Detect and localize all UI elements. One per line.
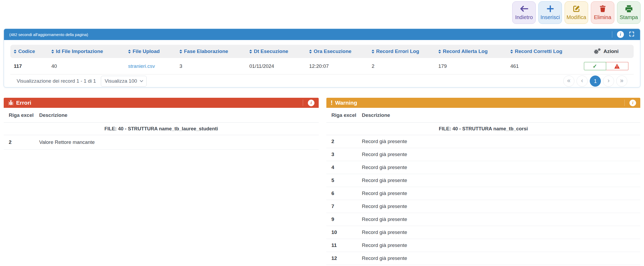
warning-panel: ! Warning i Riga excel Descrizione FILE:… (326, 98, 640, 265)
print-button-label: Stampa (620, 14, 638, 20)
column-header-record-corretti-log[interactable]: Record Corretti Log (507, 48, 578, 54)
column-label: Id File Importazione (56, 48, 103, 54)
insert-button[interactable]: Inserisci (538, 1, 562, 24)
info-icon[interactable]: i (617, 31, 624, 38)
warning-group-row: FILE: 40 - STRUTTURA name_tb_corsi (326, 123, 640, 135)
column-label: Codice (18, 48, 35, 54)
errori-group-row: FILE: 40 - STRUTTURA name_tb_lauree_stud… (4, 123, 319, 135)
toolbar: Indietro Inserisci Modifica Elimina Stam… (512, 1, 641, 24)
file-upload-link[interactable]: stranieri.csv (125, 63, 176, 69)
print-button[interactable]: Stampa (617, 1, 641, 24)
errori-row: 2 Valore Rettore mancante (4, 135, 319, 150)
cell-riga-excel: 3 (326, 152, 357, 157)
cell-riga-excel: 9 (326, 216, 357, 222)
cell-descrizione: Record già presente (357, 229, 640, 235)
page-size-select[interactable]: Visualizza 100 (101, 76, 147, 87)
cell-descrizione: Record già presente (357, 190, 640, 196)
warning-row: 10 Record già presente (326, 226, 640, 239)
cell-ora-esecuzione: 12:20:07 (306, 63, 368, 69)
warning-row: 12 Record già presente (326, 252, 640, 265)
warning-row: 9 Record già presente (326, 213, 640, 226)
cell-riga-excel: 7 (326, 203, 357, 209)
back-button[interactable]: Indietro (512, 1, 536, 24)
warning-row: 3 Record già presente (326, 148, 640, 161)
arrow-left-icon (519, 5, 529, 13)
cell-descrizione: Record già presente (357, 152, 640, 157)
column-label: Record Errori Log (376, 48, 419, 54)
sort-icon (438, 50, 441, 54)
warning-triangle-icon (614, 64, 620, 69)
info-icon[interactable]: i (629, 100, 636, 106)
plus-icon (546, 5, 555, 13)
column-header-record-errori-log[interactable]: Record Errori Log (368, 48, 435, 54)
pagination: « ‹ 1 › » (563, 76, 627, 87)
fullscreen-icon[interactable] (629, 31, 635, 38)
first-page-button[interactable]: « (563, 76, 574, 87)
column-label: Record Corretti Log (515, 48, 562, 54)
warning-table-header: Riga excel Descrizione (326, 108, 640, 123)
info-icon[interactable]: i (308, 100, 314, 106)
column-header-id-file-importazione[interactable]: Id File Importazione (48, 48, 125, 54)
column-header-file-upload[interactable]: File Upload (125, 48, 176, 54)
column-header-dt-esecuzione[interactable]: Dt Esecuzione (246, 48, 306, 54)
cell-riga-excel: 6 (326, 190, 357, 196)
last-page-button[interactable]: » (616, 76, 627, 87)
column-header-codice[interactable]: Codice (10, 48, 48, 54)
cogs-icon (593, 49, 599, 54)
prev-page-button[interactable]: ‹ (577, 76, 588, 87)
sort-icon (14, 50, 16, 54)
records-info-text: Visualizzazione dei record 1 - 1 di 1 (17, 78, 96, 84)
warning-panel-title: Warning (335, 100, 357, 106)
card-header: (482 secondi all'aggiornamento della pag… (4, 29, 640, 40)
edit-button-label: Modifica (566, 14, 586, 20)
cell-record-corretti-log: 461 (507, 63, 578, 69)
sort-icon (372, 50, 374, 54)
cell-descrizione: Record già presente (357, 178, 640, 183)
cell-descrizione: Record già presente (357, 242, 640, 248)
cell-descrizione: Valore Rettore mancante (34, 139, 319, 145)
errori-panel-header: Errori i (4, 98, 319, 108)
cell-descrizione: Record già presente (357, 165, 640, 170)
delete-button[interactable]: Elimina (591, 1, 614, 24)
column-header-fase-elaborazione[interactable]: Fase Elaborazione (176, 48, 246, 54)
check-icon: ✓ (593, 63, 597, 69)
sort-icon (51, 50, 54, 54)
warning-row: 2 Record già presente (326, 135, 640, 148)
column-header-riga-excel: Riga excel (4, 112, 34, 118)
next-page-button[interactable]: › (603, 76, 614, 87)
errori-table-header: Riga excel Descrizione (4, 108, 319, 123)
column-header-riga-excel: Riga excel (326, 112, 357, 118)
column-header-ora-esecuzione[interactable]: Ora Esecuzione (306, 48, 368, 54)
page-1-button[interactable]: 1 (590, 76, 601, 87)
bug-icon (8, 100, 14, 106)
column-label: Dt Esecuzione (254, 48, 288, 54)
column-label: Fase Elaborazione (184, 48, 228, 54)
cell-descrizione: Record già presente (357, 216, 640, 222)
confirm-action-button[interactable]: ✓ (584, 62, 606, 70)
insert-button-label: Inserisci (541, 14, 560, 20)
sort-icon (309, 50, 312, 54)
cell-id-file-importazione: 40 (48, 63, 125, 69)
column-label: Record Allerta Log (443, 48, 488, 54)
cell-riga-excel: 5 (326, 178, 357, 183)
cell-riga-excel: 11 (326, 242, 357, 248)
warning-action-button[interactable] (606, 62, 628, 70)
cell-riga-excel: 10 (326, 229, 357, 235)
edit-icon (572, 5, 581, 13)
print-icon (625, 5, 633, 13)
column-header-record-allerta-log[interactable]: Record Allerta Log (435, 48, 507, 54)
warning-row: 7 Record già presente (326, 200, 640, 213)
sort-icon (249, 50, 252, 54)
import-log-card: (482 secondi all'aggiornamento della pag… (4, 29, 640, 87)
column-label: Ora Esecuzione (314, 48, 352, 54)
cell-descrizione: Record già presente (357, 203, 640, 209)
page-size-label: Visualizza 100 (105, 78, 137, 84)
column-label: Azioni (604, 48, 619, 54)
column-header-descrizione: Descrizione (34, 112, 319, 118)
exclamation-icon: ! (331, 100, 333, 106)
warning-row: 5 Record già presente (326, 174, 640, 187)
sort-icon (179, 50, 182, 54)
table-row: 117 40 stranieri.csv 3 01/11/2024 12:20:… (10, 58, 634, 74)
column-label: File Upload (133, 48, 160, 54)
edit-button[interactable]: Modifica (565, 1, 588, 24)
